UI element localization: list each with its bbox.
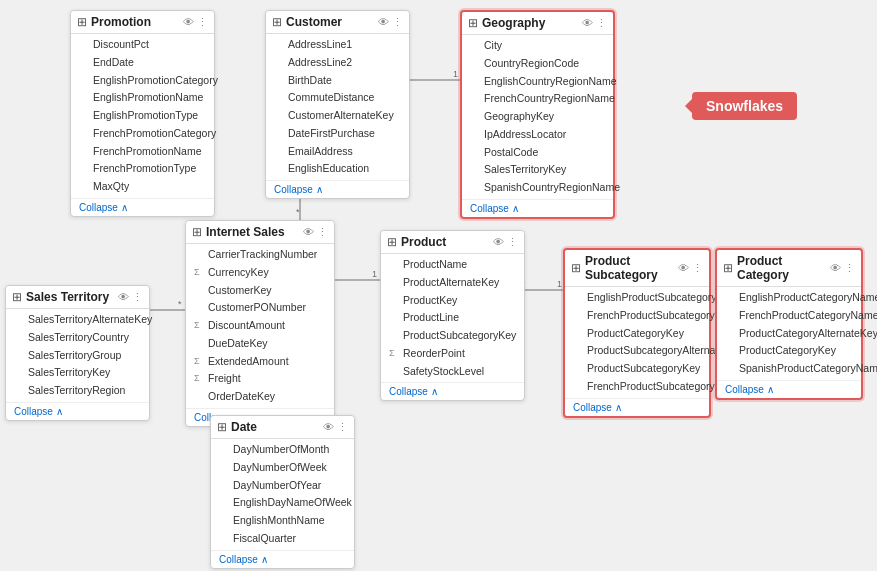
table-row: FrenchProductCategoryName	[717, 307, 861, 325]
field-name: FrenchProductCategoryName	[739, 308, 877, 324]
table-row: SpanishCountryRegionName	[462, 179, 613, 197]
internet-sales-body: CarrierTrackingNumber ΣCurrencyKey Custo…	[186, 244, 334, 408]
field-name: MaxQty	[93, 179, 129, 195]
field-name: CarrierTrackingNumber	[208, 247, 317, 263]
table-row: ProductCategoryKey	[565, 325, 709, 343]
field-name: FrenchPromotionCategory	[93, 126, 216, 142]
table-row: OrderDateKey	[186, 388, 334, 406]
internet-sales-header: ⊞ Internet Sales 👁 ⋮	[186, 221, 334, 244]
svg-text:*: *	[296, 207, 300, 217]
field-name: FrenchPromotionName	[93, 144, 202, 160]
field-name: AddressLine1	[288, 37, 352, 53]
field-name: EnglishPromotionCategory	[93, 73, 218, 89]
table-row: ΣFreight	[186, 370, 334, 388]
table-icon: ⊞	[217, 420, 227, 434]
table-row: AddressLine1	[266, 36, 409, 54]
field-name: SpanishCountryRegionName	[484, 180, 620, 196]
table-row: FrenchCountryRegionName	[462, 90, 613, 108]
promotion-footer: Collapse ∧	[71, 198, 214, 216]
table-row: ProductSubcategoryAlternateKey	[565, 342, 709, 360]
field-name: ProductKey	[403, 293, 457, 309]
collapse-button[interactable]: Collapse ∧	[573, 402, 701, 413]
table-row: SalesTerritoryCountry	[6, 329, 149, 347]
geography-body: City CountryRegionCode EnglishCountryReg…	[462, 35, 613, 199]
geography-table: ⊞ Geography 👁 ⋮ City CountryRegionCode E…	[460, 10, 615, 219]
field-name: SafetyStockLevel	[403, 364, 484, 380]
table-row: SalesTerritoryAlternateKey	[6, 311, 149, 329]
field-name: CustomerKey	[208, 283, 272, 299]
table-row: ProductLine	[381, 309, 524, 327]
table-row: EnglishProductCategoryName	[717, 289, 861, 307]
table-row: BirthDate	[266, 72, 409, 90]
product-actions[interactable]: 👁 ⋮	[493, 236, 518, 249]
date-header: ⊞ Date 👁 ⋮	[211, 416, 354, 439]
field-name: FrenchPromotionType	[93, 161, 196, 177]
svg-text:1: 1	[372, 269, 377, 279]
date-actions[interactable]: 👁 ⋮	[323, 421, 348, 434]
table-row: CustomerPONumber	[186, 299, 334, 317]
table-row: EnglishMonthName	[211, 512, 354, 530]
field-name: ProductSubcategoryKey	[403, 328, 516, 344]
table-row: EnglishPromotionType	[71, 107, 214, 125]
sales-territory-actions[interactable]: 👁 ⋮	[118, 291, 143, 304]
field-name: EndDate	[93, 55, 134, 71]
field-name: Freight	[208, 371, 241, 387]
product-category-table: ⊞ Product Category 👁 ⋮ EnglishProductCat…	[715, 248, 863, 400]
promotion-header: ⊞ Promotion 👁 ⋮	[71, 11, 214, 34]
table-row: ΣExtendedAmount	[186, 353, 334, 371]
field-name: DateFirstPurchase	[288, 126, 375, 142]
internet-sales-table: ⊞ Internet Sales 👁 ⋮ CarrierTrackingNumb…	[185, 220, 335, 427]
field-name: OrderDateKey	[208, 389, 275, 405]
product-subcategory-table: ⊞ Product Subcategory 👁 ⋮ EnglishProduct…	[563, 248, 711, 418]
collapse-button[interactable]: Collapse ∧	[470, 203, 605, 214]
promotion-table: ⊞ Promotion 👁 ⋮ DiscountPct EndDate Engl…	[70, 10, 215, 217]
field-name: EnglishDayNameOfWeek	[233, 495, 352, 511]
product-subcategory-title: Product Subcategory	[585, 254, 674, 282]
svg-text:1: 1	[453, 69, 458, 79]
field-name: ProductCategoryKey	[739, 343, 836, 359]
field-name: EmailAddress	[288, 144, 353, 160]
field-icon: Σ	[194, 319, 204, 333]
collapse-button[interactable]: Collapse ∧	[389, 386, 516, 397]
collapse-button[interactable]: Collapse ∧	[725, 384, 853, 395]
table-row: CarrierTrackingNumber	[186, 246, 334, 264]
internet-sales-actions[interactable]: 👁 ⋮	[303, 226, 328, 239]
table-row: ProductName	[381, 256, 524, 274]
field-name: SpanishProductCategoryName	[739, 361, 877, 377]
sales-territory-body: SalesTerritoryAlternateKey SalesTerritor…	[6, 309, 149, 402]
table-row: ProductCategoryAlternateKey	[717, 325, 861, 343]
collapse-button[interactable]: Collapse ∧	[79, 202, 206, 213]
table-row: CustomerKey	[186, 282, 334, 300]
date-table: ⊞ Date 👁 ⋮ DayNumberOfMonth DayNumberOfW…	[210, 415, 355, 569]
table-row: SalesTerritoryKey	[6, 364, 149, 382]
field-name: PostalCode	[484, 145, 538, 161]
table-row: ΣDiscountAmount	[186, 317, 334, 335]
product-subcategory-header: ⊞ Product Subcategory 👁 ⋮	[565, 250, 709, 287]
field-name: CurrencyKey	[208, 265, 269, 281]
table-row: ΣCurrencyKey	[186, 264, 334, 282]
field-name: EnglishPromotionType	[93, 108, 198, 124]
field-name: FiscalQuarter	[233, 531, 296, 547]
table-row: MaxQty	[71, 178, 214, 196]
field-name: CommuteDistance	[288, 90, 374, 106]
geography-title: Geography	[482, 16, 578, 30]
table-row: SalesTerritoryGroup	[6, 347, 149, 365]
table-row: EnglishEducation	[266, 160, 409, 178]
product-category-actions[interactable]: 👁 ⋮	[830, 262, 855, 275]
promotion-actions[interactable]: 👁 ⋮	[183, 16, 208, 29]
product-body: ProductName ProductAlternateKey ProductK…	[381, 254, 524, 382]
customer-actions[interactable]: 👁 ⋮	[378, 16, 403, 29]
product-category-title: Product Category	[737, 254, 826, 282]
collapse-button[interactable]: Collapse ∧	[14, 406, 141, 417]
promotion-body: DiscountPct EndDate EnglishPromotionCate…	[71, 34, 214, 198]
field-name: EnglishEducation	[288, 161, 369, 177]
collapse-button[interactable]: Collapse ∧	[274, 184, 401, 195]
field-name: SalesTerritoryKey	[484, 162, 566, 178]
table-row: GeographyKey	[462, 108, 613, 126]
geography-actions[interactable]: 👁 ⋮	[582, 17, 607, 30]
field-name: CountryRegionCode	[484, 56, 579, 72]
product-subcategory-actions[interactable]: 👁 ⋮	[678, 262, 703, 275]
field-name: SalesTerritoryRegion	[28, 383, 125, 399]
collapse-button[interactable]: Collapse ∧	[219, 554, 346, 565]
product-footer: Collapse ∧	[381, 382, 524, 400]
